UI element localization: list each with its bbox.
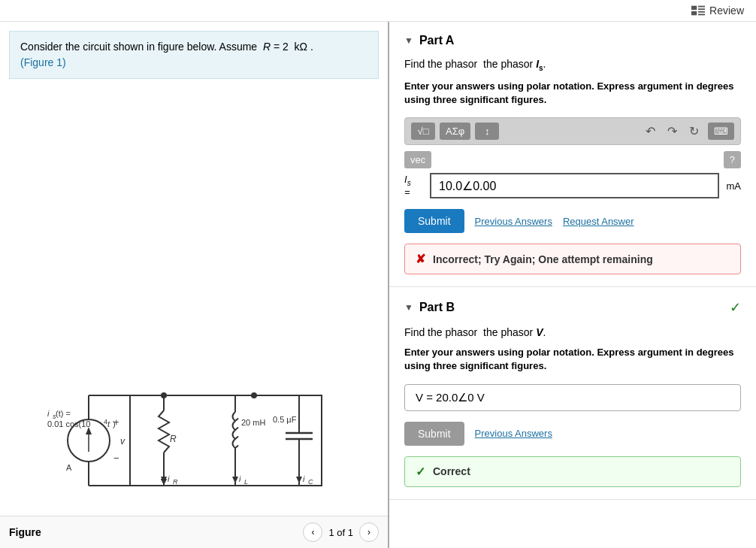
right-panel: ▼ Part A Find the phasor the phasor Is. …	[389, 22, 756, 548]
part-a-toolbar: √□ AΣφ ↕ ↶ ↷ ↻ ⌨	[404, 117, 741, 145]
svg-text:−: −	[113, 453, 119, 464]
figure-nav: ‹ 1 of 1 ›	[303, 522, 379, 542]
circuit-diagram: i s (t) = 0.01 cos(10 4 t ) A + − v	[0, 358, 388, 516]
toolbar-redo-btn[interactable]: ↷	[664, 123, 680, 140]
part-a-answer-label: Is=	[404, 174, 425, 198]
svg-text:20 mH: 20 mH	[241, 418, 265, 427]
part-b-answer-display: V = 20.0∠0 V	[404, 384, 741, 411]
svg-text:L: L	[244, 478, 248, 486]
part-b-title: Part B	[419, 301, 724, 314]
part-a-prev-answers-button[interactable]: Previous Answers	[475, 216, 552, 227]
correct-icon: ✓	[416, 465, 425, 479]
part-a-answer-input[interactable]	[430, 173, 719, 198]
part-b-section: ▼ Part B ✓ Find the phasor the phasor V.…	[389, 287, 756, 499]
part-b-question: Find the phasor the phasor V.	[404, 326, 741, 338]
svg-text:A: A	[66, 463, 72, 472]
figure-header: Figure ‹ 1 of 1 ›	[0, 516, 388, 548]
main-layout: Consider the circuit shown in figure bel…	[0, 22, 756, 548]
part-b-arrow: ▼	[404, 302, 413, 313]
svg-text:i: i	[303, 474, 305, 483]
part-b-feedback: ✓ Correct	[404, 456, 741, 487]
problem-text: Consider the circuit shown in figure bel…	[20, 41, 257, 53]
figure-page: 1 of 1	[328, 527, 353, 538]
part-b-instructions: Enter your answers using polar notation.…	[404, 346, 741, 373]
part-b-buttons-row: Submit Previous Answers	[404, 422, 741, 446]
part-a-header[interactable]: ▼ Part A	[404, 34, 741, 47]
svg-text:t: t	[107, 419, 110, 428]
svg-text:v: v	[120, 436, 125, 447]
figure-next-button[interactable]: ›	[359, 522, 379, 542]
svg-marker-50	[161, 477, 167, 483]
svg-text:i: i	[239, 474, 241, 483]
svg-text:(t) =: (t) =	[56, 409, 71, 418]
top-bar: Review	[0, 0, 756, 22]
toolbar-help-btn[interactable]: ?	[724, 151, 741, 168]
svg-rect-3	[691, 11, 697, 15]
svg-rect-0	[691, 6, 697, 10]
svg-text:0.5 μF: 0.5 μF	[273, 415, 297, 424]
figure-title: Figure	[9, 526, 41, 538]
left-panel: Consider the circuit shown in figure bel…	[0, 22, 389, 548]
review-label: Review	[709, 5, 744, 17]
part-a-question: Find the phasor the phasor Is.	[404, 58, 741, 72]
part-a-arrow: ▼	[404, 35, 413, 46]
toolbar-vec-btn[interactable]: vec	[404, 151, 431, 168]
svg-text:0.01 cos(10: 0.01 cos(10	[47, 419, 90, 428]
part-a-vec-row: vec ?	[404, 151, 741, 168]
problem-math: R = 2 kΩ	[260, 41, 307, 53]
review-button[interactable]: Review	[691, 5, 744, 17]
part-a-section: ▼ Part A Find the phasor the phasor Is. …	[389, 22, 756, 287]
part-a-feedback: ✘ Incorrect; Try Again; One attempt rema…	[404, 244, 741, 274]
svg-text:C: C	[308, 478, 313, 486]
svg-rect-4	[698, 11, 705, 13]
part-b-feedback-text: Correct	[433, 465, 470, 477]
problem-period: .	[310, 41, 313, 53]
toolbar-right: ↶ ↷ ↻ ⌨	[643, 123, 734, 140]
toolbar-undo-btn[interactable]: ↶	[643, 123, 658, 140]
svg-rect-2	[698, 8, 705, 10]
part-a-answer-row: Is= mA	[404, 173, 741, 198]
svg-text:+: +	[113, 416, 119, 428]
part-a-buttons-row: Submit Previous Answers Request Answer	[404, 209, 741, 233]
part-b-header[interactable]: ▼ Part B ✓	[404, 299, 741, 316]
part-b-prev-answers-button[interactable]: Previous Answers	[475, 428, 552, 439]
toolbar-arrows-btn[interactable]: ↕	[475, 123, 499, 140]
svg-rect-5	[698, 14, 705, 16]
part-a-instructions: Enter your answers using polar notation.…	[404, 80, 741, 107]
toolbar-sigma-btn[interactable]: AΣφ	[440, 123, 470, 140]
review-icon	[691, 5, 705, 16]
toolbar-refresh-btn[interactable]: ↻	[686, 123, 702, 140]
figure-link[interactable]: (Figure 1)	[20, 56, 66, 68]
part-b-check-icon: ✓	[730, 299, 741, 316]
svg-marker-38	[232, 477, 238, 483]
incorrect-icon: ✘	[416, 252, 425, 266]
toolbar-sqrt-btn[interactable]: √□	[411, 123, 435, 140]
part-a-title: Part A	[419, 34, 741, 47]
svg-text:R: R	[170, 434, 177, 444]
figure-area: i s (t) = 0.01 cos(10 4 t ) A + − v	[0, 88, 388, 548]
svg-text:i: i	[47, 409, 50, 418]
part-a-feedback-text: Incorrect; Try Again; One attempt remain…	[433, 253, 653, 265]
svg-text:i: i	[168, 474, 170, 483]
svg-text:R: R	[173, 478, 178, 486]
part-b-answer-text: V = 20.0∠0 V	[416, 391, 485, 404]
svg-rect-1	[698, 6, 705, 8]
svg-marker-47	[296, 477, 302, 483]
part-a-submit-button[interactable]: Submit	[404, 209, 464, 233]
part-a-unit: mA	[727, 180, 742, 192]
toolbar-keyboard-btn[interactable]: ⌨	[708, 123, 734, 140]
problem-statement: Consider the circuit shown in figure bel…	[9, 31, 379, 79]
figure-prev-button[interactable]: ‹	[303, 522, 322, 542]
part-a-request-answer-button[interactable]: Request Answer	[563, 216, 634, 227]
part-b-submit-button[interactable]: Submit	[404, 422, 464, 446]
